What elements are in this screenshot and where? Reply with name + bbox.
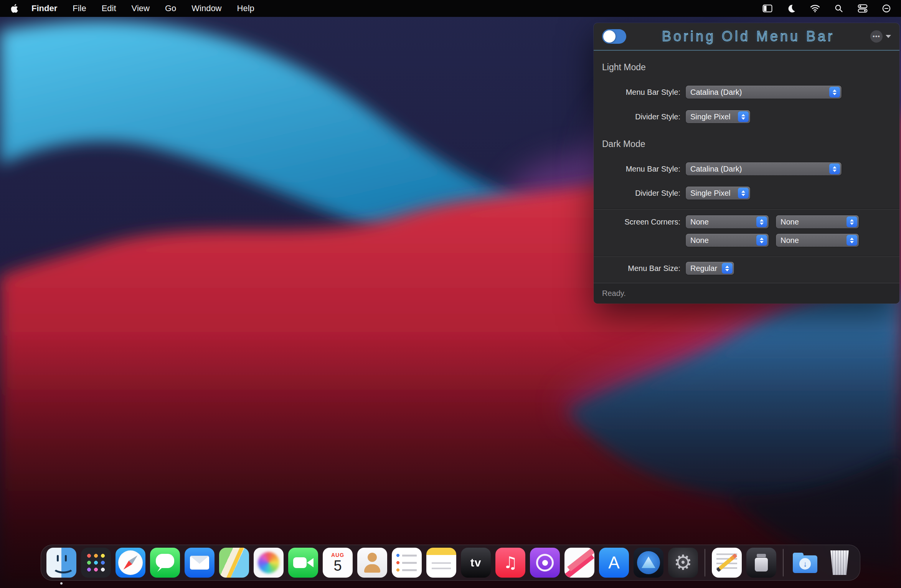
trash-dock-icon[interactable] [825, 548, 855, 578]
finder-running-indicator [60, 582, 63, 585]
dark-divider-style-row: Divider Style: Single Pixel [594, 187, 899, 200]
wifi-icon[interactable] [810, 3, 820, 13]
download-arrow-icon [799, 558, 811, 570]
light-divider-style-select[interactable]: Single Pixel [686, 110, 750, 123]
maps-dock-icon[interactable] [219, 548, 249, 578]
menu-item-window[interactable]: Window [184, 3, 229, 13]
notes-dock-icon[interactable] [426, 548, 456, 578]
selected-value: Catalina (Dark) [690, 165, 826, 173]
light-menu-bar-style-row: Menu Bar Style: Catalina (Dark) [594, 86, 899, 99]
section-divider [594, 256, 899, 257]
more-options-button[interactable] [870, 30, 891, 43]
messages-dock-icon[interactable] [150, 548, 180, 578]
menu-item-help[interactable]: Help [229, 3, 262, 13]
menu-item-view[interactable]: View [124, 3, 157, 13]
menu-item-finder[interactable]: Finder [24, 3, 65, 13]
dark-mode-heading: Dark Mode [602, 139, 645, 149]
moon-icon[interactable] [786, 3, 797, 13]
system-settings-dock-icon[interactable] [668, 548, 698, 578]
menu-bar-status-area [762, 3, 901, 13]
user-circle-icon[interactable] [881, 3, 892, 13]
calendar-day: 5 [333, 558, 342, 573]
section-divider [594, 209, 899, 210]
stepper-icon [829, 87, 840, 97]
safari-dock-icon[interactable] [116, 548, 145, 578]
status-text: Ready. [602, 289, 626, 298]
screen-corners-row-1: Screen Corners: None None [594, 215, 899, 228]
launchpad-dock-icon[interactable] [81, 548, 111, 578]
menu-item-file[interactable]: File [65, 3, 94, 13]
stepper-icon [829, 164, 840, 174]
screen-corners-row-2: None None [594, 234, 899, 247]
status-bar: Ready. [594, 283, 899, 304]
selected-value: None [781, 218, 843, 226]
divider-style-label: Divider Style: [594, 189, 680, 198]
screen-corner-bottom-right-select[interactable]: None [776, 234, 859, 247]
stepper-icon [738, 111, 749, 122]
dock-separator [705, 549, 705, 576]
screen-corner-bottom-left-select[interactable]: None [686, 234, 769, 247]
screen-corner-top-right-select[interactable]: None [776, 215, 859, 228]
selected-value: Single Pixel [690, 112, 735, 121]
calendar-month: AUG [331, 552, 344, 558]
developer-app-dock-icon[interactable] [634, 548, 663, 578]
dark-menu-bar-style-select[interactable]: Catalina (Dark) [686, 162, 842, 175]
dark-divider-style-select[interactable]: Single Pixel [686, 187, 750, 200]
screen-corner-top-left-select[interactable]: None [686, 215, 769, 228]
enable-toggle[interactable] [602, 29, 626, 44]
contacts-dock-icon[interactable] [357, 548, 387, 578]
music-dock-icon[interactable] [495, 548, 525, 578]
stepper-icon [756, 216, 767, 227]
light-menu-bar-style-select[interactable]: Catalina (Dark) [686, 86, 842, 99]
stepper-icon [847, 235, 857, 246]
apple-logo-icon[interactable] [10, 3, 18, 13]
finder-dock-icon[interactable] [46, 548, 76, 578]
search-icon[interactable] [833, 3, 844, 13]
mail-dock-icon[interactable] [185, 548, 215, 578]
menu-bar-style-label: Menu Bar Style: [594, 88, 680, 97]
reminders-dock-icon[interactable] [392, 548, 422, 578]
menu-item-go[interactable]: Go [157, 3, 184, 13]
dock-separator [783, 549, 784, 576]
app-store-dock-icon[interactable]: A [599, 548, 629, 578]
selected-value: None [781, 236, 843, 245]
facetime-dock-icon[interactable] [288, 548, 318, 578]
menu-bar: Finder File Edit View Go Window Help [0, 0, 901, 17]
menu-bar-panel-icon[interactable] [762, 3, 773, 13]
panel-title: Boring Old Menu Bar [626, 28, 870, 45]
selected-value: Single Pixel [690, 189, 735, 198]
podcasts-dock-icon[interactable] [530, 548, 560, 578]
calendar-dock-icon[interactable]: AUG 5 [323, 548, 353, 578]
stepper-icon [722, 263, 733, 274]
menu-bar-size-label: Menu Bar Size: [594, 264, 680, 273]
textedit-dock-icon[interactable] [712, 548, 742, 578]
chevron-down-icon [886, 35, 891, 38]
stepper-icon [756, 235, 767, 246]
divider-style-label: Divider Style: [594, 112, 680, 121]
selected-value: Regular [690, 264, 719, 273]
photos-dock-icon[interactable] [254, 548, 284, 578]
utility-jar-dock-icon[interactable] [746, 548, 776, 578]
apple-tv-dock-icon[interactable]: tv [461, 548, 491, 578]
light-divider-style-row: Divider Style: Single Pixel [594, 110, 899, 123]
downloads-dock-icon[interactable] [790, 548, 820, 578]
tv-label: tv [470, 556, 482, 569]
news-dock-icon[interactable] [564, 548, 594, 578]
menu-bar-size-select[interactable]: Regular [686, 262, 734, 275]
control-center-icon[interactable] [857, 3, 868, 13]
dark-menu-bar-style-row: Menu Bar Style: Catalina (Dark) [594, 162, 899, 175]
selected-value: Catalina (Dark) [690, 88, 826, 97]
selected-value: None [690, 236, 753, 245]
menu-bar-left: Finder File Edit View Go Window Help [0, 3, 262, 13]
boring-old-menu-bar-panel: Boring Old Menu Bar Light Mode Menu Bar … [594, 23, 899, 304]
stepper-icon [847, 216, 857, 227]
toggle-knob-icon [603, 30, 616, 43]
screen-corners-label: Screen Corners: [594, 218, 680, 226]
panel-header: Boring Old Menu Bar [594, 23, 899, 51]
light-mode-heading: Light Mode [602, 62, 646, 73]
selected-value: None [690, 218, 753, 226]
dock: AUG 5 tv A [41, 545, 860, 581]
menu-item-edit[interactable]: Edit [94, 3, 124, 13]
app-store-letter: A [608, 554, 619, 571]
stepper-icon [738, 188, 749, 198]
